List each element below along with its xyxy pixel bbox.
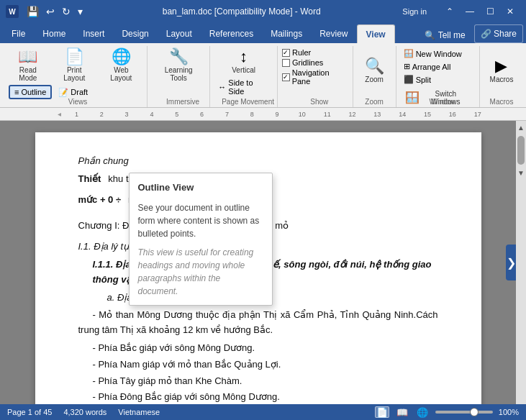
page-movement-label: Page Movement (214, 98, 281, 106)
read-mode-view-btn[interactable]: 📖 (395, 406, 409, 418)
new-window-icon: 🪟 (404, 49, 414, 58)
draft-label: Draft (71, 88, 88, 96)
tab-file[interactable]: File (3, 24, 34, 43)
macros-label: Macros (490, 76, 514, 83)
arrange-all-label: Arrange All (412, 63, 451, 71)
views-group-label: Views (6, 98, 150, 106)
ribbon: 📖 Read Mode 📄 Print Layout 🌐 Web Layout … (0, 43, 526, 108)
title-bar-left: W 💾 ↩ ↻ ▾ (6, 4, 85, 19)
zoom-group-label: Zoom (353, 98, 396, 106)
ruler-content: ◂ 1 2 3 4 5 6 7 8 9 10 11 12 13 14 15 16… (36, 110, 490, 118)
read-mode-button[interactable]: 📖 Read Mode (6, 47, 50, 83)
page-count: Page 1 of 45 (7, 408, 52, 416)
customize-qa-button[interactable]: ▾ (76, 4, 85, 19)
redo-button[interactable]: ↻ (60, 4, 73, 19)
tooltip-desc2: This view is useful for creating heading… (138, 246, 263, 298)
doc-line1: Phần chung (78, 154, 438, 169)
gridlines-cb-icon (282, 59, 290, 67)
web-layout-button[interactable]: 🌐 Web Layout (99, 47, 144, 83)
outline-button[interactable]: ≡ Outline (9, 85, 52, 99)
tab-mailings[interactable]: Mailings (262, 24, 311, 43)
learning-tools-label: Learning Tools (156, 66, 201, 82)
ribbon-group-zoom: 🔍 Zoom Zoom (353, 46, 396, 107)
zoom-icon: 🔍 (365, 58, 384, 74)
tab-design[interactable]: Design (113, 24, 157, 43)
side-to-side-icon: ↔ (218, 83, 226, 91)
ribbon-group-window: 🪟 New Window ⊞ Arrange All ⬛ Split 🪟 Swi… (396, 46, 480, 107)
read-mode-label: Read Mode (10, 66, 46, 82)
doc-para8: - Phía Tây giáp mỏ than Khe Chàm. (93, 374, 438, 389)
vertical-label: Vertical (232, 66, 255, 74)
vertical-scrollbar[interactable]: ▲ ▼ (516, 121, 526, 404)
read-mode-icon: 📖 (18, 49, 37, 65)
immersive-group-label: Immersive (152, 98, 214, 106)
sidebar-toggle-button[interactable]: ❯ (506, 245, 516, 280)
split-button[interactable]: ⬛ Split (401, 73, 475, 86)
ribbon-group-views: 📖 Read Mode 📄 Print Layout 🌐 Web Layout … (3, 46, 148, 107)
split-label: Split (416, 76, 431, 84)
vertical-icon: ↕ (240, 49, 248, 65)
draft-icon: 📝 (58, 88, 68, 97)
tab-layout[interactable]: Layout (158, 24, 201, 43)
zoom-slider[interactable] (435, 411, 493, 414)
doc-para5: - Mỏ than Mông Dương thuộc địa phận Thị … (78, 308, 438, 338)
ruler: ◂ 1 2 3 4 5 6 7 8 9 10 11 12 13 14 15 16… (0, 108, 526, 121)
gridlines-checkbox[interactable]: Gridlines (282, 58, 348, 68)
learning-tools-icon: 🔧 (169, 49, 189, 65)
save-button[interactable]: 💾 (24, 4, 41, 19)
zoom-button[interactable]: 🔍 Zoom (360, 57, 389, 85)
ribbon-group-show: Ruler Gridlines Navigation Pane Show (278, 46, 353, 107)
navigation-cb-icon (282, 73, 290, 81)
scroll-up-arrow[interactable]: ▲ (516, 122, 526, 133)
macros-button[interactable]: ▶ Macros (486, 57, 518, 85)
macros-icon: ▶ (495, 58, 507, 74)
tab-insert[interactable]: Insert (74, 24, 113, 43)
side-to-side-button[interactable]: ↔ Side to Side (214, 77, 273, 97)
ribbon-group-immersive: 🔧 Learning Tools Immersive (148, 46, 210, 107)
outline-tooltip: Outline View See your document in outlin… (129, 173, 273, 306)
vertical-button[interactable]: ↕ Vertical (214, 47, 273, 76)
zoom-thumb[interactable] (470, 408, 479, 416)
status-bar: Page 1 of 45 4,320 words Vietnamese 📄 📖 … (0, 404, 526, 420)
ribbon-group-macros: ▶ Macros Macros (480, 46, 523, 107)
arrange-all-button[interactable]: ⊞ Arrange All (401, 60, 475, 73)
ruler-checkbox[interactable]: Ruler (282, 47, 348, 58)
ribbon-group-page-movement: ↕ Vertical ↔ Side to Side Page Movement (210, 46, 278, 107)
doc-para9: - Phía Đông Bắc giáp với sông Mông Dương… (93, 390, 438, 404)
tab-references[interactable]: References (201, 24, 262, 43)
maximize-button[interactable]: ☐ (480, 4, 500, 19)
navigation-checkbox[interactable]: Navigation Pane (282, 68, 348, 86)
print-layout-view-btn[interactable]: 📄 (375, 406, 389, 418)
title-bar-right: Sign in ⌃ — ☐ ✕ (398, 4, 520, 19)
split-icon: ⬛ (404, 75, 414, 84)
doc-line3-left: mức + 0 ÷ (78, 193, 122, 208)
tab-home[interactable]: Home (34, 24, 74, 43)
outline-icon: ≡ (14, 88, 19, 96)
print-layout-icon: 📄 (65, 49, 84, 65)
scroll-down-arrow[interactable]: ▼ (516, 168, 526, 178)
minimize-button[interactable]: — (460, 4, 480, 19)
undo-button[interactable]: ↩ (44, 4, 57, 19)
macros-group-label: Macros (480, 98, 523, 106)
new-window-button[interactable]: 🪟 New Window (401, 47, 475, 60)
scroll-thumb[interactable] (517, 136, 525, 165)
window-controls: ⌃ — ☐ ✕ (440, 4, 520, 19)
tab-view[interactable]: View (357, 24, 395, 43)
outline-label: Outline (21, 88, 46, 96)
word-count: 4,320 words (63, 408, 106, 416)
learning-tools-button[interactable]: 🔧 Learning Tools (152, 47, 205, 83)
arrange-all-icon: ⊞ (404, 62, 410, 71)
print-layout-button[interactable]: 📄 Print Layout (52, 47, 97, 83)
tab-review[interactable]: Review (311, 24, 356, 43)
ribbon-toggle-button[interactable]: ⌃ (440, 4, 460, 19)
web-view-btn[interactable]: 🌐 (415, 406, 430, 418)
doc-para7: - Phía Nam giáp với mỏ than Bắc Quảng Lợ… (93, 357, 438, 373)
close-button[interactable]: ✕ (500, 4, 520, 19)
signin-button[interactable]: Sign in (398, 6, 431, 17)
tell-me-button[interactable]: 🔍 Tell me (419, 27, 471, 43)
quick-access-toolbar: 💾 ↩ ↻ ▾ (24, 4, 85, 19)
doc-para6: - Phía Bắc giáp với sông Mông Dương. (93, 341, 438, 356)
tooltip-title: Outline View (138, 181, 263, 196)
draft-button[interactable]: 📝 Draft (55, 86, 91, 99)
share-button[interactable]: 🔗 Share (474, 24, 523, 43)
